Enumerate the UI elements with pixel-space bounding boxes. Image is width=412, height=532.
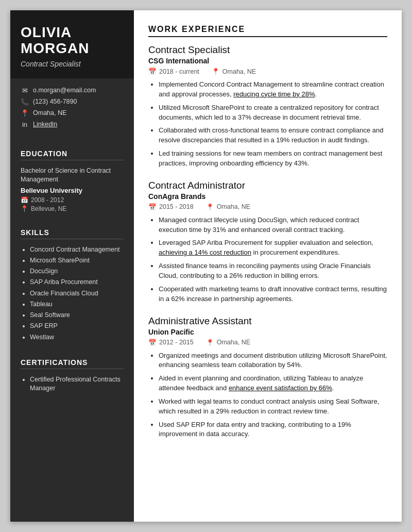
job-meta-1: 📅 2018 - current 📍 Omaha, NE xyxy=(148,68,387,75)
email-text: o.morgan@email.com xyxy=(33,87,96,94)
skill-item: Concord Contract Management xyxy=(30,245,124,254)
job-location-3: 📍 Omaha, NE xyxy=(206,339,250,346)
job-location-1: 📍 Omaha, NE xyxy=(212,68,256,75)
job-title-3: Administrative Assistant xyxy=(148,315,387,327)
highlight-text: enhance event satisfaction by 66% xyxy=(229,384,332,392)
skill-item: DocuSign xyxy=(30,267,124,275)
edu-years: 📅 2008 - 2012 xyxy=(21,196,124,204)
job-block-1: Contract Specialist CSG International 📅 … xyxy=(148,44,387,169)
bullet-item: Utilized Microsoft SharePoint to create … xyxy=(159,103,387,123)
bullet-item: Leveraged SAP Ariba Procurement for supp… xyxy=(159,238,387,258)
right-column: WORK EXPERIENCE Contract Specialist CSG … xyxy=(134,10,402,522)
job-title-1: Contract Specialist xyxy=(148,44,387,56)
cert-item: Certified Professional Contracts Manager xyxy=(30,375,124,393)
resume-container: OLIVIA MORGAN Contract Specialist ✉ o.mo… xyxy=(10,10,402,522)
highlight-text: achieving a 14% cost reduction xyxy=(159,248,251,256)
skill-item: SAP ERP xyxy=(30,322,124,330)
name-block: OLIVIA MORGAN Contract Specialist xyxy=(10,10,134,78)
linkedin-item[interactable]: in LinkedIn xyxy=(21,121,124,128)
job-meta-2: 📅 2015 - 2018 📍 Omaha, NE xyxy=(148,203,387,211)
skills-section: SKILLS Concord Contract Management Micro… xyxy=(10,219,134,349)
bullet-item: Worked with legal teams to conduct contr… xyxy=(159,397,387,417)
bullet-item: Led training sessions for new team membe… xyxy=(159,149,387,169)
job-company-3: Union Pacific xyxy=(148,328,387,336)
job-title-2: Contract Administrator xyxy=(148,180,387,191)
bullet-item: Used SAP ERP for data entry and tracking… xyxy=(159,420,387,440)
calendar-icon-3: 📅 xyxy=(148,339,157,346)
job-meta-3: 📅 2012 - 2015 📍 Omaha, NE xyxy=(148,339,387,346)
bullet-item: Implemented Concord Contract Management … xyxy=(159,80,387,99)
location-icon-1: 📍 xyxy=(212,68,220,75)
job-years-1: 📅 2018 - current xyxy=(148,68,199,75)
location-icon-2: 📍 xyxy=(206,203,214,211)
person-title: Contract Specialist xyxy=(21,60,124,68)
job-years-3: 📅 2012 - 2015 xyxy=(148,339,194,346)
edu-school: Bellevue University xyxy=(21,187,124,194)
education-heading: EDUCATION xyxy=(21,149,124,160)
person-name: OLIVIA MORGAN xyxy=(21,25,124,57)
bullet-item: Cooperated with marketing teams to draft… xyxy=(159,285,387,304)
highlight-text: reducing cycle time by 28% xyxy=(233,90,315,98)
job-bullets-2: Managed contract lifecycle using DocuSig… xyxy=(148,215,387,304)
calendar-icon-1: 📅 xyxy=(148,68,157,75)
job-bullets-1: Implemented Concord Contract Management … xyxy=(148,80,387,169)
job-company-1: CSG International xyxy=(148,57,387,65)
skill-item: SAP Ariba Procurement xyxy=(30,278,124,286)
calendar-icon: 📅 xyxy=(21,196,28,204)
certifications-section: CERTIFICATIONS Certified Professional Co… xyxy=(10,349,134,401)
skill-item: Westlaw xyxy=(30,333,124,341)
work-experience-heading: WORK EXPERIENCE xyxy=(148,25,387,37)
skills-heading: SKILLS xyxy=(21,228,124,239)
email-item: ✉ o.morgan@email.com xyxy=(21,87,124,94)
certifications-heading: CERTIFICATIONS xyxy=(21,358,124,369)
phone-item: 📞 (123) 456-7890 xyxy=(21,98,124,106)
bullet-item: Assisted finance teams in reconciling pa… xyxy=(159,261,387,281)
edu-location: 📍 Bellevue, NE xyxy=(21,205,124,212)
phone-icon: 📞 xyxy=(21,98,29,106)
location-item: 📍 Omaha, NE xyxy=(21,109,124,117)
linkedin-link[interactable]: LinkedIn xyxy=(33,121,57,128)
job-location-2: 📍 Omaha, NE xyxy=(206,203,250,211)
education-section: EDUCATION Bachelor of Science in Contrac… xyxy=(10,140,134,219)
location-icon-3: 📍 xyxy=(206,339,214,346)
skill-item: Seal Software xyxy=(30,311,124,319)
linkedin-icon: in xyxy=(21,121,29,128)
job-block-2: Contract Administrator ConAgra Brands 📅 … xyxy=(148,180,387,304)
email-icon: ✉ xyxy=(21,87,29,94)
skill-item: Microsoft SharePoint xyxy=(30,256,124,264)
bullet-item: Organized meetings and document distribu… xyxy=(159,351,387,371)
bullet-item: Aided in event planning and coordination… xyxy=(159,374,387,393)
contact-block: ✉ o.morgan@email.com 📞 (123) 456-7890 📍 … xyxy=(10,78,134,140)
job-block-3: Administrative Assistant Union Pacific 📅… xyxy=(148,315,387,440)
cert-list: Certified Professional Contracts Manager xyxy=(21,375,124,393)
skills-list: Concord Contract Management Microsoft Sh… xyxy=(21,245,124,341)
phone-text: (123) 456-7890 xyxy=(33,98,77,105)
job-company-2: ConAgra Brands xyxy=(148,192,387,201)
skill-item: Oracle Financials Cloud xyxy=(30,289,124,297)
location-icon: 📍 xyxy=(21,109,29,117)
bullet-item: Collaborated with cross-functional teams… xyxy=(159,126,387,145)
edu-location-icon: 📍 xyxy=(21,205,28,212)
bullet-item: Managed contract lifecycle using DocuSig… xyxy=(159,215,387,235)
edu-degree: Bachelor of Science in Contract Manageme… xyxy=(21,167,124,185)
skill-item: Tableau xyxy=(30,300,124,308)
calendar-icon-2: 📅 xyxy=(148,203,157,211)
left-column: OLIVIA MORGAN Contract Specialist ✉ o.mo… xyxy=(10,10,134,522)
location-text: Omaha, NE xyxy=(33,109,66,117)
job-bullets-3: Organized meetings and document distribu… xyxy=(148,351,387,440)
job-years-2: 📅 2015 - 2018 xyxy=(148,203,194,211)
